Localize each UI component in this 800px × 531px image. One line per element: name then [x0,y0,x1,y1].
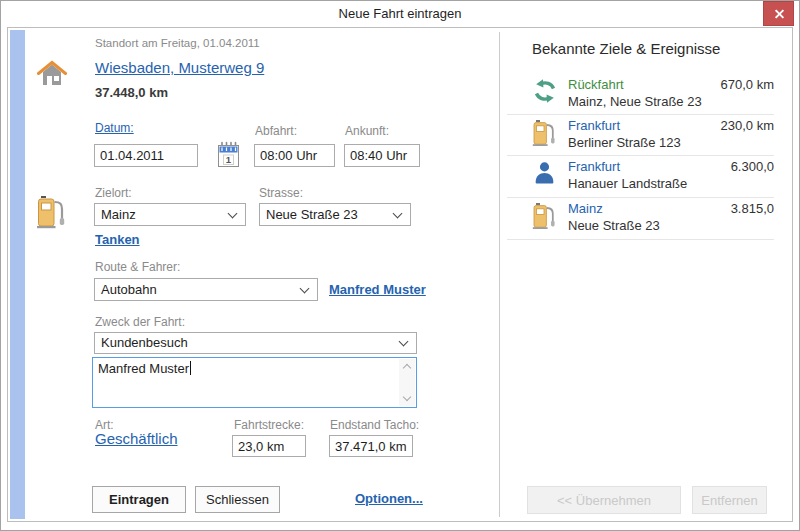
chevron-down-icon [399,337,409,347]
eintragen-button[interactable]: Eintragen [92,486,186,513]
text-caret [190,361,191,375]
list-item[interactable]: Frankfurt 6.300,0 Hanauer Landstraße [507,156,774,196]
list-item[interactable]: Mainz 3.815,0 Neue Straße 23 [507,198,774,238]
person-icon [532,160,557,185]
fahrtstrecke-label: Fahrtstrecke: [234,418,304,432]
scroll-up-icon [403,364,411,372]
fahrer-link[interactable]: Manfred Muster [329,282,426,297]
zielort-label: Zielort: [95,186,132,200]
dialog-content: Standort am Freitag, 01.04.2011 Wiesbade… [7,27,793,522]
chevron-down-icon [393,209,403,219]
list-item-subtitle: Hanauer Landstraße [568,176,687,191]
optionen-link[interactable]: Optionen... [355,491,423,506]
list-item-title: Rückfahrt [568,77,624,92]
tanken-link[interactable]: Tanken [95,232,140,247]
list-item[interactable]: Rückfahrt 670,0 km Mainz, Neue Straße 23 [507,74,774,114]
bemerkung-text: Manfred Muster [98,361,189,376]
odometer-value: 37.448,0 km [95,85,168,100]
route-value: Autobahn [101,282,157,297]
panel-divider [499,32,500,517]
route-fahrer-label: Route & Fahrer: [95,260,180,274]
entfernen-button[interactable]: Entfernen [692,486,767,514]
chevron-down-icon [300,284,310,294]
list-item-title: Frankfurt [568,118,620,133]
zielort-value: Mainz [101,207,136,222]
list-item-value: 6.300,0 [731,159,774,174]
route-combobox[interactable]: Autobahn [94,278,318,301]
textarea-scrollbar[interactable] [399,359,415,406]
uebernehmen-button[interactable]: << Übernehmen [527,486,681,514]
calendar-icon[interactable]: 1 [217,140,240,168]
fahrtstrecke-input[interactable] [232,435,306,457]
window-title: Neue Fahrt eintragen [1,1,799,26]
list-item-value: 230,0 km [721,118,774,133]
datum-input[interactable] [94,144,198,167]
panel-title: Bekannte Ziele & Ereignisse [532,40,720,57]
divider [507,239,774,240]
standort-caption: Standort am Freitag, 01.04.2011 [95,37,260,49]
zweck-label: Zweck der Fahrt: [95,315,185,329]
known-destinations-list: Rückfahrt 670,0 km Mainz, Neue Straße 23… [507,72,774,272]
zweck-combobox[interactable]: Kundenbesuch [94,332,417,354]
endstand-input[interactable] [329,435,413,457]
svg-text:1: 1 [226,154,232,165]
bemerkung-textarea[interactable]: Manfred Muster [92,357,417,408]
fuel-pump-icon [36,195,66,229]
fuel-icon [532,202,556,230]
ankunft-label: Ankunft: [345,124,389,138]
list-item-value: 670,0 km [721,77,774,92]
chevron-down-icon [228,209,238,219]
art-link[interactable]: Geschäftlich [95,430,178,447]
fuel-icon [532,119,556,147]
list-item-subtitle: Neue Straße 23 [568,218,660,233]
dialog-window: Neue Fahrt eintragen Standort am Freitag… [0,0,800,531]
strasse-value: Neue Straße 23 [266,207,358,222]
standort-link[interactable]: Wiesbaden, Musterweg 9 [95,59,264,76]
accent-bar [10,30,25,519]
abfahrt-input[interactable] [254,144,335,167]
close-button[interactable] [763,1,794,26]
scroll-down-icon [403,393,411,401]
datum-link[interactable]: Datum: [95,121,134,135]
list-item-title: Mainz [568,201,603,216]
ankunft-input[interactable] [344,144,420,167]
list-item-value: 3.815,0 [731,201,774,216]
list-item[interactable]: Frankfurt 230,0 km Berliner Straße 123 [507,115,774,155]
zielort-combobox[interactable]: Mainz [94,203,246,226]
zweck-value: Kundenbesuch [101,335,188,350]
titlebar: Neue Fahrt eintragen [1,1,799,27]
close-icon [773,8,784,19]
recycle-icon [532,78,558,104]
list-item-subtitle: Berliner Straße 123 [568,135,681,150]
abfahrt-label: Abfahrt: [255,124,297,138]
endstand-label: Endstand Tacho: [330,418,419,432]
schliessen-button[interactable]: Schliessen [195,486,280,513]
list-item-subtitle: Mainz, Neue Straße 23 [568,94,702,109]
strasse-combobox[interactable]: Neue Straße 23 [259,203,411,226]
strasse-label: Strasse: [259,186,303,200]
home-icon [37,60,67,87]
list-item-title: Frankfurt [568,159,620,174]
